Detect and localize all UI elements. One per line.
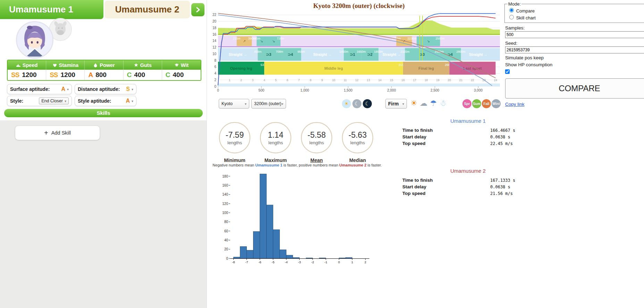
copy-link[interactable]: Copy link — [505, 102, 644, 107]
stat-header-speed: Speed — [8, 60, 46, 70]
result-label-maximum: Maximum — [265, 157, 287, 163]
stat-number: 400 — [173, 71, 184, 79]
ground-condition-select[interactable]: Firm ▾ — [385, 99, 407, 109]
tab-umamusume-1[interactable]: Umamusume 1 — [0, 0, 103, 19]
style-aptitude-rank: A — [126, 98, 129, 104]
stat-value-wit[interactable]: C400 — [162, 70, 201, 80]
season-spr-badge[interactable]: Spr — [462, 99, 471, 108]
svg-text:2,000: 2,000 — [387, 88, 396, 92]
time-evening-button[interactable]: ☾ — [352, 99, 361, 108]
svg-text:1: 1 — [229, 78, 231, 82]
svg-text:0: 0 — [214, 85, 216, 88]
svg-text:2: 2 — [214, 78, 216, 82]
svg-text:↘: ↘ — [427, 39, 430, 43]
svg-text:14: 14 — [212, 39, 217, 43]
svg-text:1,500: 1,500 — [344, 88, 352, 92]
result-label-minimum: Minimum — [224, 157, 245, 163]
svg-text:0: 0 — [338, 260, 340, 264]
svg-text:0: 0 — [217, 88, 219, 92]
wit-icon — [174, 63, 179, 68]
rank-badge: SS — [11, 71, 19, 79]
distance-aptitude-select[interactable]: Distance aptitude: S ▾ — [75, 84, 136, 94]
mode-compare-option[interactable]: Compare — [508, 7, 644, 14]
track-select[interactable]: Kyoto ▾ — [219, 99, 249, 109]
stat-number: 1200 — [61, 71, 75, 79]
histogram-svg: 020406080100120140160180-8-7-6-5-4-3-2-1… — [218, 172, 405, 269]
comparison-note: Negative numbers mean Umamusume 1 is fas… — [208, 163, 386, 167]
stat-value-guts[interactable]: C400 — [124, 70, 162, 80]
weather-snowy-button[interactable]: ☃ — [438, 99, 448, 108]
stat-row-label: Top speed — [402, 141, 490, 146]
pos-keep-checkbox[interactable] — [505, 69, 510, 74]
time-night-button[interactable]: ☾ — [363, 99, 372, 108]
result-unit: lengths — [350, 140, 365, 145]
result-circle: -7.59lengths — [219, 122, 250, 153]
stat-value-stamina[interactable]: SS1200 — [46, 70, 85, 80]
time-day-button[interactable]: ☀ — [342, 99, 351, 108]
mode-legend: Mode: — [508, 1, 521, 7]
svg-text:2155m: 2155m — [400, 50, 409, 53]
stat-label: Power — [100, 62, 115, 68]
radio-compare[interactable] — [509, 8, 514, 12]
season-fall-badge[interactable]: Fall — [482, 99, 491, 108]
weather-cloudy-button[interactable]: ☁ — [419, 99, 428, 108]
weather-rainy-button[interactable]: ☂ — [428, 99, 438, 108]
stat-number: 800 — [95, 71, 107, 79]
add-skill-button[interactable]: + Add Skill — [15, 126, 100, 140]
surface-aptitude-select[interactable]: Surface aptitude: A ▾ — [7, 84, 72, 94]
weather-sunny-button[interactable]: ☀ — [409, 99, 419, 108]
svg-text:2236m: 2236m — [408, 37, 417, 40]
svg-text:-3: -3 — [298, 260, 301, 264]
weather-buttons: ☀☁☂☃ — [409, 99, 448, 108]
mode-compare-label: Compare — [516, 8, 535, 14]
svg-text:5: 5 — [275, 78, 277, 82]
distance-select[interactable]: 3200m (outer) ▾ — [251, 99, 286, 109]
svg-text:22: 22 — [212, 13, 217, 17]
track-select-value: Kyoto — [221, 101, 233, 106]
result-value: -5.63 — [349, 130, 367, 140]
svg-text:⊃3: ⊃3 — [266, 52, 271, 57]
svg-text:22: 22 — [471, 78, 474, 82]
season-wint-badge[interactable]: Wint — [492, 99, 501, 108]
next-uma-button[interactable] — [191, 3, 204, 16]
stat-value-power[interactable]: A800 — [85, 70, 123, 80]
result-mean: -5.58lengthsMean — [296, 122, 337, 163]
compare-button[interactable]: COMPARE — [505, 78, 644, 99]
tab-umamusume-2[interactable]: Umamusume 2 — [104, 1, 190, 18]
svg-text:20: 20 — [212, 19, 217, 23]
result-maximum: 1.14lengthsMaximum — [255, 122, 296, 163]
svg-text:958m: 958m — [298, 50, 305, 53]
style-select[interactable]: End Closer ▾ — [39, 97, 69, 104]
svg-text:Middle leg: Middle leg — [324, 66, 343, 70]
svg-text:0: 0 — [226, 257, 228, 260]
stat-value-speed[interactable]: SS1200 — [8, 70, 46, 80]
season-sum-badge[interactable]: Sum — [472, 99, 481, 108]
style-label: Style: — [10, 98, 23, 104]
result-circle: -5.58lengths — [301, 122, 332, 153]
result-unit: lengths — [309, 140, 324, 145]
svg-text:140: 140 — [222, 192, 228, 196]
svg-text:180: 180 — [222, 174, 228, 178]
svg-text:708m: 708m — [276, 50, 283, 53]
svg-text:2: 2 — [365, 260, 366, 264]
svg-text:10: 10 — [212, 52, 217, 56]
svg-text:15: 15 — [390, 78, 393, 82]
radio-skill-chart[interactable] — [509, 15, 514, 19]
uma1-portrait — [17, 22, 52, 58]
svg-text:Straight →: Straight → — [313, 52, 332, 57]
chevron-down-icon: ▾ — [282, 102, 283, 106]
seed-input[interactable] — [505, 46, 644, 53]
result-label-mean[interactable]: Mean — [310, 157, 323, 163]
seed-label: Seed: — [505, 41, 644, 46]
style-aptitude-select[interactable]: Style aptitude: A ▾ — [75, 96, 136, 106]
svg-text:⊃4: ⊃4 — [287, 52, 293, 57]
svg-text:20: 20 — [448, 78, 451, 82]
avatar-uma1[interactable] — [16, 21, 53, 59]
samples-input[interactable] — [505, 31, 644, 38]
svg-text:-2: -2 — [311, 260, 314, 264]
mode-skill-chart-option[interactable]: Skill chart — [508, 14, 644, 21]
svg-text:-8: -8 — [232, 260, 235, 264]
svg-text:1450m: 1450m — [339, 50, 348, 53]
svg-text:-6: -6 — [258, 260, 261, 264]
svg-text:18: 18 — [212, 26, 217, 30]
